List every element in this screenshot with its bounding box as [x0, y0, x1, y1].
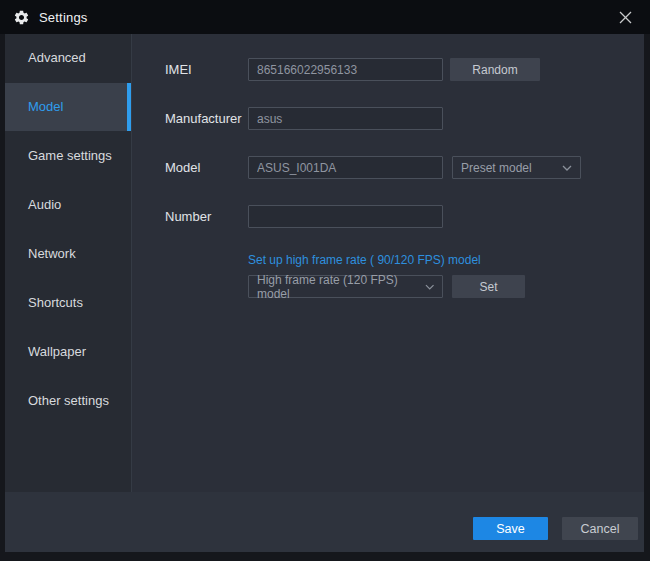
- manufacturer-input[interactable]: [248, 107, 443, 130]
- high-frame-rate-link[interactable]: Set up high frame rate ( 90/120 FPS) mod…: [248, 253, 481, 267]
- imei-input[interactable]: [248, 58, 443, 81]
- random-button[interactable]: Random: [450, 58, 540, 81]
- window-title: Settings: [39, 10, 88, 25]
- sidebar-item-network[interactable]: Network: [5, 230, 131, 278]
- sidebar: Advanced Model Game settings Audio Netwo…: [5, 34, 131, 492]
- sidebar-item-audio[interactable]: Audio: [5, 181, 131, 229]
- sidebar-item-label: Network: [28, 246, 76, 261]
- sidebar-item-advanced[interactable]: Advanced: [5, 34, 131, 82]
- sidebar-divider: [131, 34, 132, 492]
- gear-icon: [13, 9, 30, 26]
- settings-window: Settings Advanced Model Game settings Au…: [0, 0, 650, 561]
- sidebar-item-label: Other settings: [28, 393, 109, 408]
- number-label: Number: [165, 205, 211, 228]
- footer: Save Cancel: [5, 492, 644, 552]
- set-button[interactable]: Set: [452, 275, 525, 298]
- model-label: Model: [165, 156, 200, 179]
- manufacturer-label: Manufacturer: [165, 107, 242, 130]
- number-input[interactable]: [248, 205, 443, 228]
- sidebar-item-label: Game settings: [28, 148, 112, 163]
- close-icon: [619, 11, 632, 24]
- settings-body: Advanced Model Game settings Audio Netwo…: [5, 34, 644, 552]
- chevron-down-icon: [425, 284, 434, 290]
- chevron-down-icon: [562, 165, 572, 171]
- sidebar-item-label: Model: [28, 99, 63, 114]
- model-input[interactable]: [248, 156, 443, 179]
- cancel-button[interactable]: Cancel: [562, 517, 638, 540]
- imei-label: IMEI: [165, 58, 192, 81]
- preset-model-dropdown-value: Preset model: [461, 161, 532, 175]
- titlebar: Settings: [0, 0, 650, 34]
- sidebar-item-label: Shortcuts: [28, 295, 83, 310]
- sidebar-item-shortcuts[interactable]: Shortcuts: [5, 279, 131, 327]
- save-button[interactable]: Save: [473, 517, 548, 540]
- sidebar-item-label: Audio: [28, 197, 61, 212]
- high-frame-rate-dropdown-value: High frame rate (120 FPS) model: [257, 273, 425, 301]
- sidebar-item-label: Advanced: [28, 50, 86, 65]
- sidebar-item-other-settings[interactable]: Other settings: [5, 377, 131, 425]
- preset-model-dropdown[interactable]: Preset model: [452, 156, 581, 179]
- sidebar-item-wallpaper[interactable]: Wallpaper: [5, 328, 131, 376]
- close-button[interactable]: [608, 0, 642, 34]
- sidebar-item-game-settings[interactable]: Game settings: [5, 132, 131, 180]
- sidebar-item-label: Wallpaper: [28, 344, 86, 359]
- high-frame-rate-dropdown[interactable]: High frame rate (120 FPS) model: [248, 275, 443, 298]
- sidebar-item-model[interactable]: Model: [5, 83, 131, 131]
